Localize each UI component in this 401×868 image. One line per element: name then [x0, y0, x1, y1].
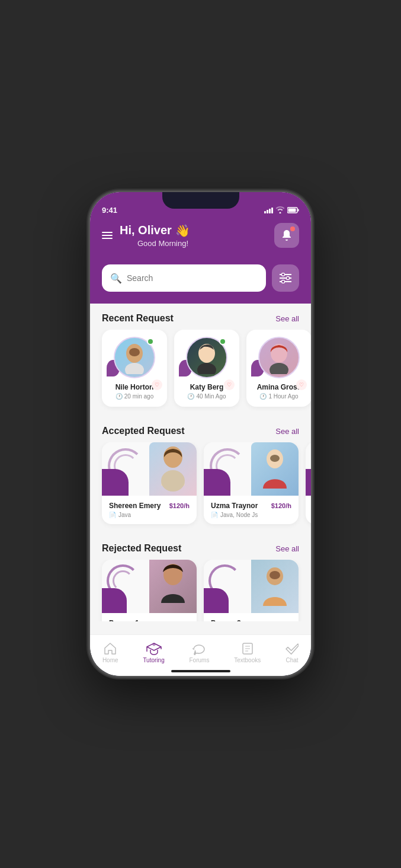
nile-heart-icon[interactable]: ♡: [152, 379, 162, 390]
accepted-card-uzma[interactable]: ♡ Uzma Traynor $1: [204, 442, 299, 524]
search-icon: 🔍: [110, 273, 122, 284]
accepted-card-shereen[interactable]: ♡ Shereen Emer: [102, 442, 197, 524]
svg-point-19: [270, 455, 280, 462]
greeting-block: Hi, Oliver 👋 Good Morning!: [120, 224, 190, 248]
rejected-request-header: Rejected Request See all: [90, 534, 311, 560]
katy-avatar-img: [192, 342, 222, 374]
accepted-card-bottom: Shereen Emery $120/h 📄 Java: [102, 496, 197, 524]
svg-point-13: [197, 363, 216, 374]
rejected-card-bottom: Person 1: [102, 613, 197, 621]
rejected-card-2[interactable]: Person 2: [204, 560, 299, 621]
amina-time: 🕐 1 Hour Ago: [254, 393, 304, 400]
shereen-name: Shereen Emery: [109, 502, 161, 510]
shereen-price: $120/h: [169, 502, 190, 509]
svg-rect-2: [288, 208, 296, 212]
header-greeting: Hi, Oliver 👋: [120, 224, 190, 238]
nav-forums[interactable]: Forums: [190, 642, 210, 663]
accepted-card-top: ♡: [102, 442, 197, 496]
recent-card-katy[interactable]: ♡ Katy Berg 🕐 40 Min Ago: [174, 330, 239, 407]
accepted-request-title: Accepted Request: [102, 426, 185, 436]
hamburger-menu-icon[interactable]: [102, 232, 113, 239]
battery-icon: [287, 207, 299, 215]
nile-avatar-img: [120, 342, 149, 374]
purple-corner: [102, 588, 127, 613]
amina-heart-icon[interactable]: ♡: [296, 379, 307, 390]
katy-time: 🕐 40 Min Ago: [181, 393, 232, 400]
rejected-request-title: Rejected Request: [102, 543, 181, 554]
filter-icon: [280, 273, 291, 283]
notification-dot: [290, 226, 295, 231]
svg-point-4: [282, 273, 285, 276]
recent-card-nile[interactable]: ♡ Nile Horton 🕐 20 min ago: [102, 330, 167, 407]
greeting-name: Hi, Oliver: [120, 224, 172, 237]
recent-request-title: Recent Request: [102, 313, 174, 324]
accepted-card-bottom: O... $120/h: [306, 496, 311, 516]
svg-point-22: [270, 571, 280, 579]
uzma-skill: 📄 Java, Node Js: [211, 512, 291, 518]
document-icon: 📄: [211, 512, 218, 518]
filter-button[interactable]: [272, 264, 299, 292]
nav-textbooks[interactable]: Textbooks: [234, 642, 261, 663]
nav-textbooks-label: Textbooks: [234, 657, 261, 663]
accepted-see-all[interactable]: See all: [275, 427, 299, 436]
uzma-price: $120/h: [271, 502, 291, 509]
shereen-skill: 📄 Java: [109, 512, 190, 518]
uzma-name: Uzma Traynor: [211, 502, 258, 510]
status-time: 9:41: [102, 206, 117, 215]
purple-corner: [204, 469, 230, 496]
hamburger-line: [102, 235, 113, 236]
hamburger-line: [102, 232, 113, 233]
katy-heart-icon[interactable]: ♡: [224, 379, 235, 390]
notch: [162, 192, 239, 209]
search-section: 🔍: [90, 260, 311, 304]
rejected-name-2: Person 2: [211, 619, 291, 621]
svg-point-6: [287, 277, 290, 280]
textbooks-icon: [242, 642, 254, 655]
nav-home[interactable]: Home: [102, 642, 118, 663]
purple-corner: [306, 469, 311, 496]
svg-point-10: [129, 348, 140, 356]
purple-corner: [102, 469, 129, 496]
nav-tutoring[interactable]: Tutoring: [143, 642, 164, 663]
recent-request-header: Recent Request See all: [90, 304, 311, 330]
forums-icon: [193, 642, 206, 655]
wave-emoji: 👋: [175, 224, 190, 238]
accepted-request-list: ♡ Shereen Emer: [90, 442, 311, 534]
uzma-photo: [251, 442, 299, 496]
greeting-sub: Good Morning!: [137, 239, 190, 248]
rejected-photo-2: [251, 560, 299, 613]
accepted-card-partial[interactable]: O... $120/h: [306, 442, 311, 524]
accepted-card-top: [306, 442, 311, 496]
rejected-request-list: ♡ Person 1: [90, 560, 311, 621]
purple-corner: [204, 588, 229, 613]
signal-bar-1: [264, 211, 266, 213]
nile-time: 🕐 20 min ago: [109, 393, 160, 400]
recent-card-amina[interactable]: ♡ Amina Gross 🕐 1 Hour Ago: [246, 330, 311, 407]
rejected-card-1[interactable]: ♡ Person 1: [102, 560, 197, 621]
chat-icon: [285, 642, 299, 655]
search-input[interactable]: [127, 273, 258, 283]
nav-home-label: Home: [102, 657, 118, 663]
svg-point-15: [270, 363, 288, 374]
rejected-see-all[interactable]: See all: [275, 544, 299, 553]
home-icon: [104, 642, 117, 655]
nile-online-indicator: [147, 338, 154, 345]
nav-forums-label: Forums: [190, 657, 210, 663]
nav-tutoring-label: Tutoring: [143, 657, 164, 663]
header-top: Hi, Oliver 👋 Good Morning!: [102, 223, 299, 248]
uzma-name-row: Uzma Traynor $120/h: [211, 502, 291, 510]
rejected-card-bottom: Person 2: [204, 613, 299, 621]
amina-avatar-img: [264, 342, 294, 374]
phone-frame: 9:41: [89, 191, 312, 677]
nav-chat[interactable]: Chat: [285, 642, 299, 663]
svg-point-11: [125, 363, 144, 374]
clock-icon: 🕐: [187, 393, 194, 400]
recent-see-all[interactable]: See all: [275, 314, 299, 323]
clock-icon: 🕐: [116, 393, 123, 400]
accepted-request-header: Accepted Request See all: [90, 416, 311, 442]
svg-point-23: [152, 643, 155, 646]
notification-button[interactable]: [274, 223, 299, 248]
svg-point-8: [282, 280, 285, 283]
nile-avatar-wrap: [114, 337, 155, 378]
search-input-wrap[interactable]: 🔍: [102, 264, 266, 292]
